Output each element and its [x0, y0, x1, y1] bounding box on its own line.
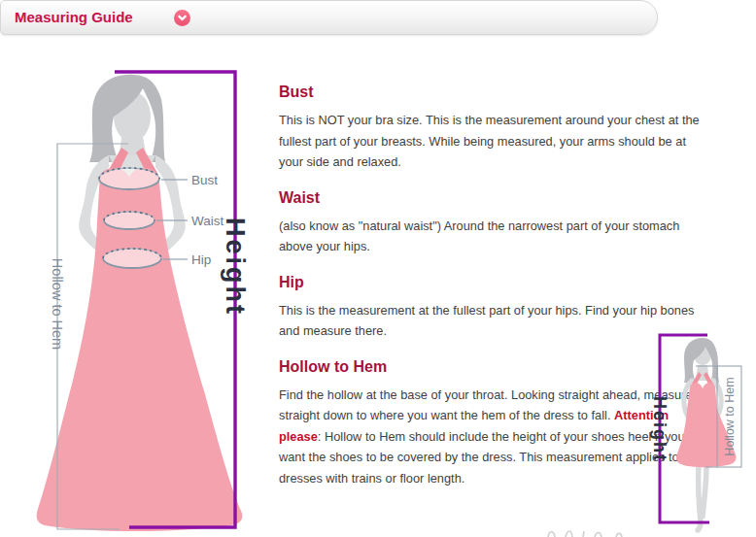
measuring-figure-large: Bust Waist Hip Hollow to Hem Height: [0, 54, 262, 537]
waist-label: Waist: [191, 214, 223, 228]
measuring-instructions: Bust This is NOT your bra size. This is …: [279, 84, 703, 488]
hollow-to-hem-label: Hollow to Hem: [50, 258, 65, 350]
measuring-guide-header[interactable]: Measuring Guide: [0, 0, 658, 35]
small-height-label: Height: [650, 396, 670, 462]
measuring-figure-small: Height Hollow to Hem: [641, 326, 756, 536]
section-body-bust: This is NOT your bra size. This is the m…: [279, 110, 703, 173]
chevron-down-icon[interactable]: [174, 10, 190, 26]
section-body-hollow-to-hem: Find the hollow at the base of your thro…: [279, 385, 703, 489]
section-hip: Hip This is the measurement at the fulle…: [279, 274, 703, 342]
section-heading-bust: Bust: [279, 84, 703, 101]
section-bust: Bust This is NOT your bra size. This is …: [279, 84, 703, 173]
small-figure-right-leg: [703, 466, 706, 517]
height-label: Height: [221, 218, 250, 317]
section-heading-waist: Waist: [279, 189, 703, 207]
section-body-hip: This is the measurement at the fullest p…: [279, 300, 703, 342]
waist-measure-ellipse: [104, 212, 155, 229]
section-heading-hip: Hip: [279, 274, 703, 291]
measuring-guide-page: Measuring Guide: [0, 0, 756, 537]
bust-label: Bust: [191, 173, 218, 187]
hollow-body-part2: : Hollow to Hem should include the heigh…: [279, 429, 685, 486]
hip-label: Hip: [191, 252, 211, 267]
section-hollow-to-hem: Hollow to Hem Find the hollow at the bas…: [279, 358, 703, 489]
page-title: Measuring Guide: [15, 1, 133, 34]
bust-measure-ellipse: [99, 168, 159, 189]
hip-measure-ellipse: [103, 249, 161, 268]
section-heading-hollow-to-hem: Hollow to Hem: [279, 358, 703, 376]
small-hollow-to-hem-label: Hollow to Hem: [723, 377, 737, 455]
section-waist: Waist (also know as "natural waist") Aro…: [279, 189, 703, 257]
small-figure-left-leg: [698, 466, 701, 530]
section-body-waist: (also know as "natural waist") Around th…: [279, 216, 703, 257]
cropped-next-section-text: [544, 527, 661, 537]
